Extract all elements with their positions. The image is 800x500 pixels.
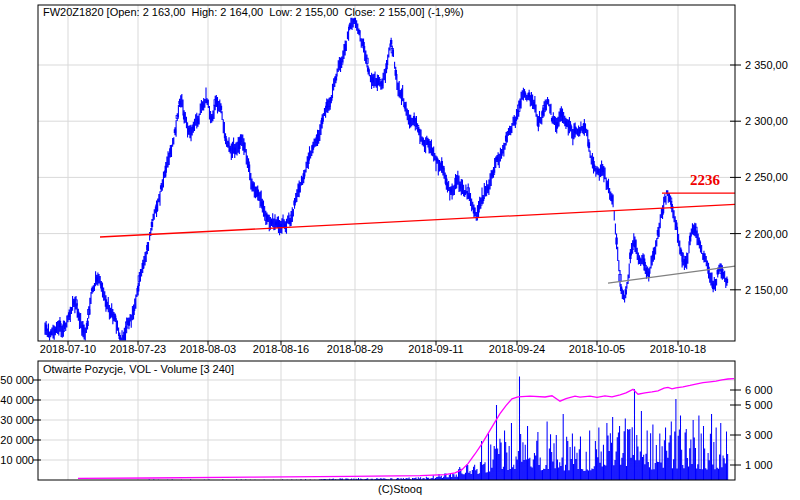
- price-axis-label: 2 150,00: [745, 284, 788, 296]
- chart-canvas: 2 350,002 300,002 250,002 200,002 150,00…: [0, 0, 800, 500]
- open-interest-axis-label: 10 000: [0, 454, 34, 466]
- price-panel-frame: [38, 5, 735, 341]
- volume-axis-label: 5 000: [745, 399, 773, 411]
- chart-title: FW20Z1820 [Open: 2 163,00 High: 2 164,00…: [43, 6, 464, 18]
- date-axis-label: 2018-08-03: [180, 343, 236, 355]
- copyright-label: (C)Stooq: [0, 483, 800, 495]
- date-axis-label: 2018-08-29: [327, 343, 383, 355]
- price-axis-label: 2 300,00: [745, 115, 788, 127]
- stooq-chart-window: 2 350,002 300,002 250,002 200,002 150,00…: [0, 0, 800, 500]
- open-interest-axis-label: 50 000: [0, 374, 34, 386]
- price-axis-label: 2 350,00: [745, 59, 788, 71]
- date-axis-label: 2018-09-11: [408, 343, 463, 355]
- date-axis-label: 2018-07-23: [110, 343, 166, 355]
- rising-trendline: [100, 204, 735, 237]
- volume-bars: [149, 377, 727, 481]
- volume-panel-title: Otwarte Pozycje, VOL - Volume [3 240]: [43, 363, 234, 375]
- volume-axis-label: 1 000: [745, 459, 773, 471]
- date-axis-label: 2018-09-24: [489, 343, 545, 355]
- date-axis-label: 2018-10-18: [650, 343, 706, 355]
- price-axis-label: 2 250,00: [745, 171, 788, 183]
- volume-axis-label: 3 000: [745, 429, 773, 441]
- date-axis-label: 2018-10-05: [569, 343, 625, 355]
- volume-axis-label: 6 000: [745, 384, 773, 396]
- open-interest-axis-label: 30 000: [0, 414, 34, 426]
- price-axis-label: 2 200,00: [745, 228, 788, 240]
- date-axis-label: 2018-07-10: [40, 343, 96, 355]
- gridlines: [38, 5, 735, 480]
- candle-bodies: [46, 18, 727, 339]
- date-axis-label: 2018-08-16: [253, 343, 309, 355]
- open-interest-axis-label: 40 000: [0, 394, 34, 406]
- resistance-price-annotation: 2236: [690, 174, 720, 186]
- open-interest-axis-label: 20 000: [0, 434, 34, 446]
